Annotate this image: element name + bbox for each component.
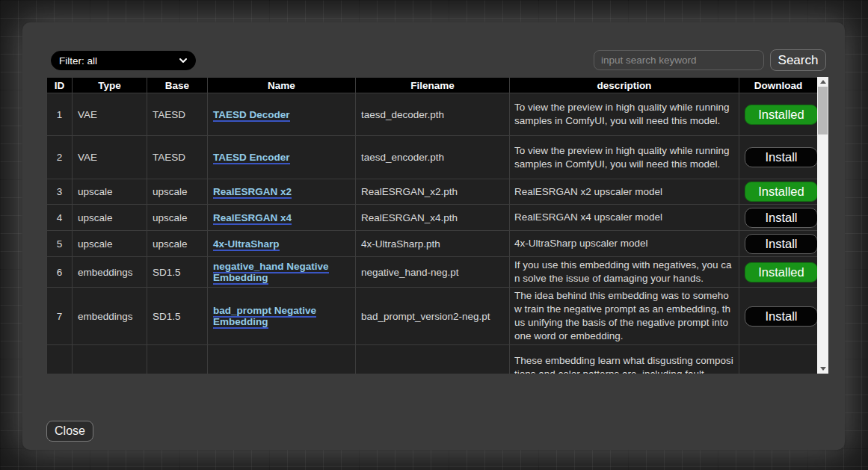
install-button[interactable]: Install xyxy=(745,306,818,327)
cell-id: 6 xyxy=(47,257,73,288)
table-row: 2VAETAESDTAESD Encodertaesd_encoder.pthT… xyxy=(47,136,818,179)
cell-description: RealESRGAN x2 upscaler model xyxy=(510,179,739,205)
cell-filename xyxy=(356,345,510,374)
scrollbar-thumb[interactable] xyxy=(818,87,828,134)
cell-id xyxy=(47,345,73,374)
filter-select[interactable]: Filter: all xyxy=(51,51,196,70)
cell-base: upscale xyxy=(147,231,208,257)
search-input[interactable] xyxy=(594,50,764,70)
cell-description: 4x-UltraSharp upscaler model xyxy=(510,231,739,257)
cell-download: Install xyxy=(739,205,818,231)
scroll-down-icon xyxy=(820,367,826,371)
cell-download: Install xyxy=(739,231,818,257)
cell-description: The idea behind this embedding was to so… xyxy=(510,288,739,345)
install-button[interactable]: Install xyxy=(745,147,818,167)
cell-filename: negative_hand-neg.pt xyxy=(356,257,510,288)
model-manager-dialog: Filter: all Search IDTypeBaseNameFilenam… xyxy=(22,22,845,450)
install-button[interactable]: Install xyxy=(745,234,818,254)
column-header-filename: Filename xyxy=(356,78,510,93)
installed-button[interactable]: Installed xyxy=(745,105,818,125)
cell-type: VAE xyxy=(73,136,147,179)
cell-type: embeddings xyxy=(73,257,147,288)
cell-base xyxy=(147,345,208,374)
model-name-link[interactable]: 4x-UltraSharp xyxy=(213,238,280,251)
cell-name: 4x-UltraSharp xyxy=(208,231,356,257)
cell-filename: 4x-UltraSharp.pth xyxy=(356,231,510,257)
model-name-link[interactable]: TAESD Decoder xyxy=(213,109,290,122)
installed-button[interactable]: Installed xyxy=(745,262,818,282)
scroll-up-button[interactable] xyxy=(817,77,828,87)
table-row: 5upscaleupscale4x-UltraSharp4x-UltraShar… xyxy=(47,231,818,257)
cell-type: VAE xyxy=(73,93,147,136)
cell-type: upscale xyxy=(73,205,147,231)
model-name-link[interactable]: TAESD Encoder xyxy=(213,152,290,164)
table-row: 6embeddingsSD1.5negative_hand Negative E… xyxy=(47,257,818,288)
model-name-link[interactable]: bad_prompt Negative Embedding xyxy=(213,305,316,329)
install-button[interactable]: Install xyxy=(745,208,818,228)
table-body: 1VAETAESDTAESD Decodertaesd_decoder.pthT… xyxy=(47,93,818,374)
cell-download: Install xyxy=(739,288,818,345)
scroll-down-button[interactable] xyxy=(817,364,828,374)
model-name-link[interactable]: RealESRGAN x4 xyxy=(213,212,292,225)
cell-base: SD1.5 xyxy=(147,288,208,345)
cell-description: RealESRGAN x4 upscaler model xyxy=(510,205,739,231)
cell-download: Install xyxy=(739,136,818,179)
cell-type: upscale xyxy=(73,231,147,257)
cell-filename: taesd_encoder.pth xyxy=(356,136,510,179)
installed-button[interactable]: Installed xyxy=(745,182,818,202)
cell-download: Installed xyxy=(739,257,818,288)
cell-id: 1 xyxy=(47,93,73,136)
cell-type: embeddings xyxy=(73,288,147,345)
model-table-container: IDTypeBaseNameFilenamedescriptionDownloa… xyxy=(46,77,828,374)
cell-name: RealESRGAN x4 xyxy=(208,205,356,231)
chevron-down-icon xyxy=(179,56,188,65)
cell-name: TAESD Encoder xyxy=(208,136,356,179)
cell-base: upscale xyxy=(147,179,208,205)
table-header-row: IDTypeBaseNameFilenamedescriptionDownloa… xyxy=(47,78,818,93)
table-row: 1VAETAESDTAESD Decodertaesd_decoder.pthT… xyxy=(47,93,818,136)
cell-name: bad_prompt Negative Embedding xyxy=(208,288,356,345)
cell-download xyxy=(739,345,818,374)
model-name-link[interactable]: RealESRGAN x2 xyxy=(213,186,292,199)
cell-filename: bad_prompt_version2-neg.pt xyxy=(356,288,510,345)
cell-id: 2 xyxy=(47,136,73,179)
table-row: 7embeddingsSD1.5bad_prompt Negative Embe… xyxy=(47,288,818,345)
cell-name: TAESD Decoder xyxy=(208,93,356,136)
cell-id: 7 xyxy=(47,288,73,345)
column-header-id: ID xyxy=(47,78,73,93)
cell-download: Installed xyxy=(739,179,818,205)
column-header-name: Name xyxy=(208,78,356,93)
search-button[interactable]: Search xyxy=(770,49,826,71)
column-header-base: Base xyxy=(147,78,208,93)
cell-name xyxy=(208,345,356,374)
close-button[interactable]: Close xyxy=(46,421,93,442)
column-header-description: description xyxy=(510,78,739,93)
cell-id: 5 xyxy=(47,231,73,257)
cell-name: negative_hand Negative Embedding xyxy=(208,257,356,288)
model-name-link[interactable]: negative_hand Negative Embedding xyxy=(213,261,329,285)
cell-download: Installed xyxy=(739,93,818,136)
cell-filename: RealESRGAN_x4.pth xyxy=(356,205,510,231)
cell-description: These embedding learn what disgusting co… xyxy=(510,345,739,374)
cell-base: SD1.5 xyxy=(147,257,208,288)
cell-type xyxy=(73,345,147,374)
cell-description: To view the preview in high quality whil… xyxy=(510,93,739,136)
model-table: IDTypeBaseNameFilenamedescriptionDownloa… xyxy=(46,77,818,374)
cell-filename: RealESRGAN_x2.pth xyxy=(356,179,510,205)
cell-description: If you use this embedding with negatives… xyxy=(510,257,739,288)
cell-base: upscale xyxy=(147,205,208,231)
column-header-type: Type xyxy=(73,78,147,93)
table-scrollbar[interactable] xyxy=(817,77,828,374)
cell-name: RealESRGAN x2 xyxy=(208,179,356,205)
cell-id: 4 xyxy=(47,205,73,231)
scroll-up-icon xyxy=(820,80,826,84)
cell-base: TAESD xyxy=(147,136,208,179)
table-row: 3upscaleupscaleRealESRGAN x2RealESRGAN_x… xyxy=(47,179,818,205)
column-header-download: Download xyxy=(739,78,818,93)
table-row: These embedding learn what disgusting co… xyxy=(47,345,818,374)
table-row: 4upscaleupscaleRealESRGAN x4RealESRGAN_x… xyxy=(47,205,818,231)
cell-id: 3 xyxy=(47,179,73,205)
cell-filename: taesd_decoder.pth xyxy=(356,93,510,136)
cell-base: TAESD xyxy=(147,93,208,136)
cell-description: To view the preview in high quality whil… xyxy=(510,136,739,179)
